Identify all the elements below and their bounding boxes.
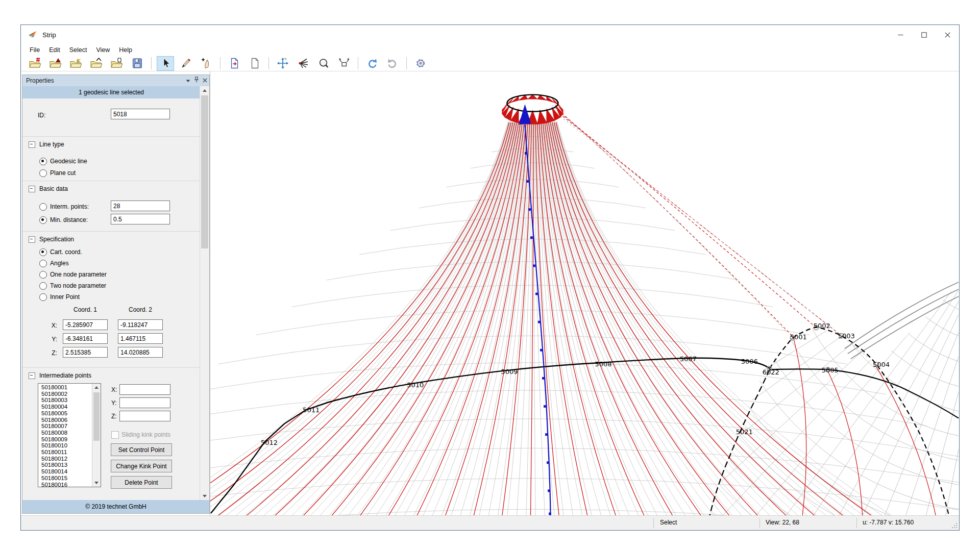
menu-view[interactable]: View [91, 45, 114, 55]
list-item[interactable]: 50180013 [41, 462, 92, 468]
radio-plane-cut[interactable]: Plane cut [39, 169, 76, 177]
list-item[interactable]: 50180001 [41, 384, 92, 391]
menu-select[interactable]: Select [65, 45, 92, 55]
scroll-thumb[interactable] [93, 392, 100, 441]
radio-icon[interactable] [39, 271, 47, 279]
resize-grip[interactable] [951, 522, 958, 529]
radio-inner-point[interactable]: Inner Point [39, 293, 80, 301]
set-control-point-button[interactable]: Set Control Point [111, 443, 172, 456]
open-hash-folder-button[interactable] [27, 56, 44, 71]
list-item[interactable]: 50180005 [41, 410, 92, 417]
radio-interm-points[interactable]: Interm. points: [39, 203, 89, 211]
list-item[interactable]: 50180006 [41, 417, 92, 423]
point-xinput[interactable] [119, 384, 170, 395]
panel-close-icon[interactable] [203, 75, 207, 86]
zoom-extents-button[interactable] [335, 56, 353, 71]
minimize-button[interactable] [889, 25, 912, 44]
list-item[interactable]: 50180011 [41, 449, 92, 456]
radio-icon[interactable] [39, 293, 47, 301]
radio-cart-coord[interactable]: Cart. coord. [39, 248, 82, 256]
light-rays-button[interactable] [295, 56, 312, 71]
sliding-kink-points-checkbox[interactable] [111, 431, 119, 439]
maximize-button[interactable] [912, 25, 936, 44]
pin-icon[interactable] [194, 75, 199, 86]
settings-gear-button[interactable] [412, 56, 429, 71]
panel-scrollbar[interactable] [200, 86, 209, 500]
radio-icon[interactable] [39, 203, 47, 211]
scroll-up-icon[interactable] [200, 86, 209, 94]
list-item[interactable]: 50180004 [41, 404, 92, 410]
pan-move-button[interactable] [274, 56, 291, 71]
collapse-chevron-icon[interactable] [186, 75, 190, 86]
node-label-5004: 5004 [873, 361, 890, 368]
coord2-yinput[interactable] [118, 333, 163, 344]
scroll-up-icon[interactable] [92, 384, 101, 391]
collapse-expander-icon[interactable] [29, 186, 35, 192]
radio-angles[interactable]: Angles [39, 259, 69, 267]
radio-icon[interactable] [39, 216, 47, 224]
add-hand-button[interactable] [198, 56, 215, 71]
radio-icon[interactable] [39, 158, 47, 165]
coord1-yinput[interactable] [63, 333, 108, 344]
radio-two-node-parameter[interactable]: Two node parameter [39, 282, 106, 290]
title-bar[interactable]: Strip [21, 25, 959, 44]
zoom-loupe-button[interactable] [315, 56, 332, 71]
list-item[interactable]: 50180002 [41, 391, 92, 397]
radio-icon[interactable] [39, 260, 47, 267]
select-arrow-button[interactable] [157, 56, 174, 71]
open-strip-folder-button[interactable] [67, 56, 85, 71]
list-item[interactable]: 50180010 [41, 442, 92, 449]
collapse-expander-icon[interactable] [29, 236, 35, 243]
open-triangle-folder-button[interactable] [47, 56, 64, 71]
change-kink-point-button[interactable]: Change Kink Point [111, 460, 172, 472]
collapse-expander-icon[interactable] [29, 141, 35, 148]
list-item[interactable]: 50180014 [41, 468, 92, 475]
list-item[interactable]: 50180008 [41, 430, 92, 436]
collapse-expander-icon[interactable] [29, 372, 35, 379]
radio-min-distance[interactable]: Min. distance: [39, 216, 88, 224]
section-line-type-label: Line type [39, 141, 64, 148]
list-item[interactable]: 50180016 [41, 482, 92, 487]
coord1-zinput[interactable] [63, 347, 108, 358]
close-button[interactable] [936, 25, 959, 44]
viewport-3d[interactable]: 5009500850075006602250015002500350045005… [210, 71, 959, 516]
radio-icon[interactable] [39, 169, 47, 177]
list-item[interactable]: 50180012 [41, 456, 92, 462]
save-button[interactable] [129, 56, 146, 71]
delete-point-button[interactable]: Delete Point [111, 476, 172, 489]
status-bar: Select View: 22, 68 u: -7.787 v: 15.760 [21, 515, 959, 530]
list-item[interactable]: 50180003 [41, 397, 92, 404]
redo-button[interactable] [384, 56, 401, 71]
page-export-button[interactable] [246, 56, 263, 71]
radio-one-node-parameter[interactable]: One node parameter [39, 270, 107, 279]
radio-icon[interactable] [39, 248, 47, 256]
scroll-down-icon[interactable] [200, 492, 209, 500]
coord2-xinput[interactable] [118, 319, 163, 330]
list-scrollbar[interactable] [92, 384, 101, 487]
open-weave-folder-button[interactable] [108, 56, 126, 71]
min-distance-input[interactable] [111, 214, 170, 224]
edit-pen-button[interactable] [177, 56, 194, 71]
scroll-down-icon[interactable] [92, 479, 101, 487]
radio-icon[interactable] [39, 282, 47, 290]
menu-help[interactable]: Help [114, 45, 137, 55]
list-item[interactable]: 50180007 [41, 423, 92, 430]
node-label-5002: 5002 [814, 322, 830, 330]
coord2-zinput[interactable] [118, 347, 163, 358]
id-input[interactable] [111, 109, 170, 119]
intermediate-points-list[interactable]: 5018000150180002501800035018000450180005… [38, 383, 101, 487]
point-yinput[interactable] [119, 397, 170, 408]
open-roof-folder-button[interactable] [88, 56, 105, 71]
scroll-thumb[interactable] [201, 95, 208, 248]
menu-edit[interactable]: Edit [44, 45, 65, 55]
page-import-button[interactable] [226, 56, 243, 71]
menu-file[interactable]: File [25, 45, 44, 55]
list-item[interactable]: 50180009 [41, 436, 92, 443]
radio-geodesic-line[interactable]: Geodesic line [39, 157, 87, 165]
coord1-xinput[interactable] [63, 319, 108, 330]
undo-button[interactable] [363, 56, 381, 71]
interm-points-input[interactable] [111, 201, 170, 211]
point-zinput[interactable] [119, 411, 170, 421]
list-item[interactable]: 50180015 [41, 475, 92, 482]
properties-panel-header[interactable]: Properties [22, 75, 209, 87]
